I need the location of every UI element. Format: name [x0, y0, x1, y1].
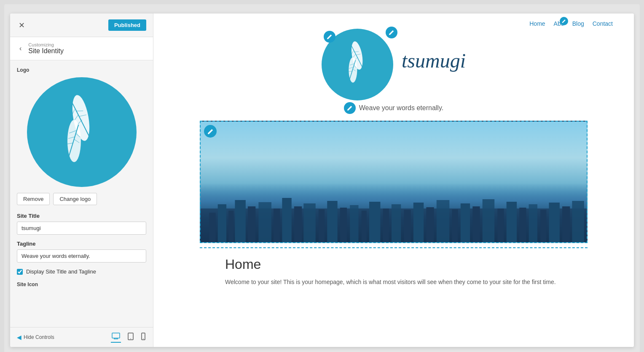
svg-rect-42 — [258, 202, 271, 242]
svg-rect-54 — [392, 204, 401, 242]
svg-rect-48 — [327, 201, 337, 242]
svg-rect-44 — [282, 198, 291, 242]
nav-abc[interactable]: Abc — [554, 20, 564, 27]
svg-rect-68 — [549, 203, 559, 242]
svg-rect-38 — [218, 204, 226, 242]
main-container: ✕ Published ‹ Customizing Site Identity … — [10, 14, 634, 347]
hide-controls-button[interactable]: ◀ Hide Controls — [17, 334, 54, 341]
svg-point-19 — [130, 338, 131, 339]
svg-rect-46 — [303, 203, 315, 242]
published-button[interactable]: Published — [108, 19, 146, 31]
bottom-bar: ◀ Hide Controls — [10, 327, 153, 347]
logo-title-row: tsumugi — [322, 20, 466, 100]
hero-edit-badge[interactable] — [204, 125, 217, 138]
tablet-icon[interactable] — [127, 332, 134, 343]
logo-preview — [27, 77, 137, 187]
svg-rect-58 — [437, 200, 450, 242]
svg-rect-62 — [483, 199, 494, 242]
breadcrumb-text: Customizing Site Identity — [28, 42, 64, 55]
display-checkbox[interactable] — [17, 269, 23, 275]
logo-edit-badge-tr[interactable] — [386, 27, 397, 38]
hide-controls-arrow-icon: ◀ — [17, 334, 21, 341]
logo-edit-badge-tl[interactable] — [324, 31, 335, 43]
svg-rect-37 — [209, 213, 215, 242]
svg-rect-69 — [562, 206, 570, 242]
svg-rect-14 — [112, 333, 120, 338]
svg-point-21 — [143, 338, 143, 339]
tagline-row: Weave your words eternally. — [344, 102, 443, 114]
home-body: Welcome to your site! This is your homep… — [225, 277, 562, 287]
nav-home[interactable]: Home — [529, 20, 545, 27]
content-area: Home Welcome to your site! This is your … — [191, 248, 596, 295]
svg-rect-45 — [294, 206, 302, 242]
svg-rect-63 — [497, 208, 504, 242]
change-logo-button[interactable]: Change logo — [53, 193, 97, 205]
device-icons — [111, 332, 146, 343]
tagline-label: Tagline — [17, 241, 146, 247]
panel-content: Logo — [10, 60, 153, 327]
home-title: Home — [225, 257, 562, 272]
site-title-preview: tsumugi — [402, 49, 466, 72]
display-checkbox-row: Display Site Title and Tagline — [17, 268, 146, 275]
svg-rect-40 — [235, 200, 245, 242]
breadcrumb-sub: Customizing — [28, 42, 64, 47]
hero-image — [200, 121, 588, 243]
site-icon-label: Site Icon — [17, 282, 146, 287]
breadcrumb-bar: ‹ Customizing Site Identity — [10, 37, 153, 60]
logo-section-label: Logo — [17, 67, 146, 73]
svg-rect-61 — [472, 206, 480, 242]
top-bar: ✕ Published — [10, 14, 153, 37]
svg-rect-59 — [452, 209, 458, 242]
svg-rect-51 — [362, 211, 367, 242]
svg-rect-66 — [529, 204, 537, 242]
nav-edit-badge[interactable] — [560, 17, 568, 25]
logo-preview-area — [322, 29, 393, 100]
svg-rect-52 — [369, 202, 380, 242]
nav-contact[interactable]: Contact — [593, 20, 613, 27]
svg-rect-39 — [228, 211, 233, 242]
right-panel: Home Abc Blog Contact — [153, 14, 634, 347]
breadcrumb-title: Site Identity — [28, 47, 64, 55]
skyline-svg — [201, 183, 587, 242]
svg-rect-55 — [404, 210, 411, 242]
svg-rect-57 — [426, 207, 434, 242]
close-button[interactable]: ✕ — [17, 19, 27, 32]
svg-rect-50 — [350, 205, 358, 242]
tagline-preview-text: Weave your words eternally. — [359, 104, 443, 112]
hide-controls-label: Hide Controls — [24, 334, 54, 340]
tagline-field-group: Tagline — [17, 241, 146, 263]
svg-rect-43 — [274, 208, 280, 242]
nav-blog[interactable]: Blog — [572, 20, 584, 27]
hero-image-container — [200, 121, 588, 243]
outer-wrapper: ✕ Published ‹ Customizing Site Identity … — [4, 4, 640, 352]
site-nav: Home Abc Blog Contact — [529, 20, 613, 27]
logo-buttons: Remove Change logo — [17, 193, 146, 205]
back-button[interactable]: ‹ — [17, 44, 24, 53]
svg-rect-60 — [461, 203, 470, 242]
desktop-icon[interactable] — [111, 332, 121, 343]
logo-preview-feather-svg — [334, 41, 381, 88]
site-title-input[interactable] — [17, 222, 146, 235]
tagline-edit-badge[interactable] — [344, 102, 356, 114]
remove-logo-button[interactable]: Remove — [17, 193, 50, 205]
svg-rect-41 — [248, 206, 255, 242]
svg-rect-56 — [413, 203, 424, 242]
site-header: Home Abc Blog Contact — [153, 14, 634, 247]
svg-rect-67 — [540, 210, 546, 242]
display-checkbox-label[interactable]: Display Site Title and Tagline — [26, 268, 96, 275]
site-title-field-group: Site Title — [17, 213, 146, 235]
tagline-input[interactable] — [17, 249, 146, 263]
svg-rect-53 — [383, 208, 389, 242]
svg-rect-70 — [572, 201, 584, 242]
logo-feather-svg — [44, 94, 120, 170]
mobile-icon[interactable] — [140, 332, 146, 343]
svg-rect-47 — [319, 209, 325, 242]
svg-rect-64 — [507, 202, 517, 242]
site-title-label: Site Title — [17, 213, 146, 219]
svg-rect-65 — [519, 208, 526, 242]
svg-rect-49 — [340, 208, 347, 242]
left-panel: ✕ Published ‹ Customizing Site Identity … — [10, 14, 153, 347]
